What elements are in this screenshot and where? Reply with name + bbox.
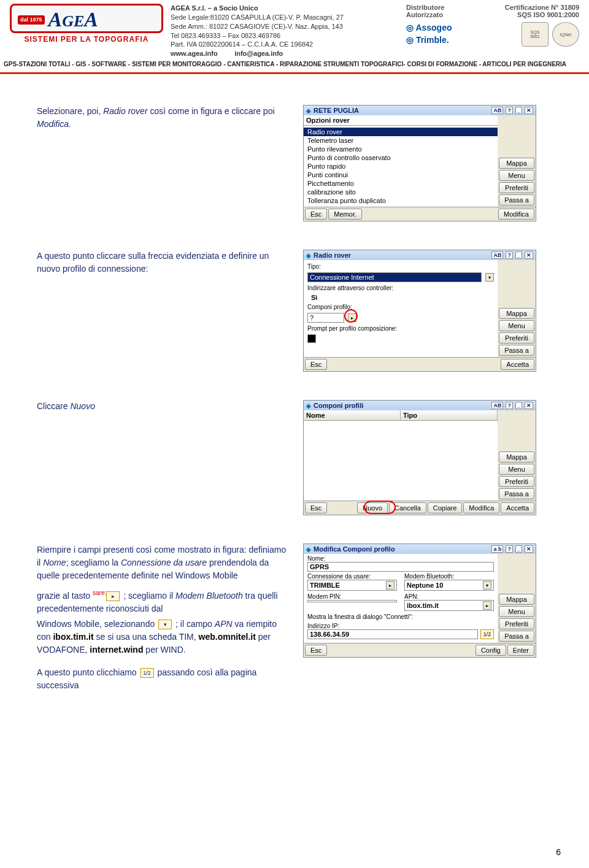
pin-label: Modem PIN: [307, 593, 397, 600]
componi-field[interactable]: ? [307, 313, 344, 323]
indir-label: Indirizzare attraverso controller: [307, 285, 393, 291]
close-icon[interactable]: ✕ [525, 402, 533, 409]
document-header: dal 1975 AGEA SISTEMI PER LA TOPOGRAFIA … [0, 0, 589, 58]
minimize-icon[interactable]: _ [515, 545, 522, 553]
tipo-label: Tipo: [307, 263, 321, 270]
preferiti-button[interactable]: Preferiti [499, 182, 534, 193]
tipo-field[interactable]: Connessione Internet [307, 272, 482, 282]
distributor-block: Distributore Autorizzato ◎ Assogeo ◎ Tri… [406, 4, 480, 46]
apn-field[interactable]: ibox.tim.it▸ [404, 600, 494, 611]
assogeo-logo: ◎ Assogeo [406, 22, 480, 34]
list-item[interactable]: Radio rover [304, 128, 498, 136]
passa-a-button[interactable]: Passa a [499, 194, 534, 205]
options-list: Radio rover Telemetro laser Punto rileva… [304, 126, 498, 207]
main-content: Selezionare, poi, Radio rover così come … [0, 74, 589, 710]
bottom-toolbar: Esc Memor. Modifica [304, 207, 536, 221]
logo-block: dal 1975 AGEA SISTEMI PER LA TOPOGRAFIA [10, 4, 163, 44]
close-icon[interactable]: ✕ [525, 107, 533, 114]
step-1: Selezionare, poi, Radio rover così come … [37, 105, 564, 221]
help-icon[interactable]: ? [506, 402, 513, 409]
connetti-label: Mostra la finestra di dialogo "Connetti"… [304, 612, 498, 621]
menu-button[interactable]: Menu [499, 606, 534, 617]
help-icon[interactable]: ? [506, 545, 513, 553]
screenshot-3: ◈ Componi profili AB ? _ ✕ Nome Tipo Map… [303, 400, 536, 515]
modifica-button[interactable]: Modifica [498, 209, 534, 220]
list-item[interactable]: Tolleranza punto duplicato [304, 196, 498, 205]
screenshot-1: ◈ RETE PUGLIA AB ? _ ✕ Opzioni rover Rad… [303, 105, 536, 221]
esc-button[interactable]: Esc [305, 502, 327, 513]
step-4: Riempire i campi presenti così come most… [37, 543, 564, 692]
window-title: RETE PUGLIA [314, 107, 359, 114]
esc-button[interactable]: Esc [305, 645, 327, 656]
menu-button[interactable]: Menu [499, 464, 534, 475]
menu-button[interactable]: Menu [499, 320, 534, 331]
chevron-down-icon[interactable]: ▾ [483, 581, 491, 590]
list-item[interactable]: Punto rapido [304, 162, 498, 171]
tagline: GPS-STAZIONI TOTALI - GIS - SOFTWARE - S… [0, 58, 589, 71]
help-icon[interactable]: ? [506, 107, 513, 114]
accetta-button[interactable]: Accetta [501, 359, 534, 370]
accetta-button[interactable]: Accetta [501, 502, 534, 513]
modem-label: Modem Bluetooth: [404, 573, 494, 580]
mappa-button[interactable]: Mappa [499, 158, 534, 169]
window-title: Radio rover [314, 252, 351, 259]
minimize-icon[interactable]: _ [515, 402, 522, 409]
window-title: Componi profili [314, 402, 363, 409]
list-item[interactable]: Punto rilevamento [304, 145, 498, 153]
minimize-icon[interactable]: _ [515, 252, 522, 259]
conn-field[interactable]: TRIMBLE▸ [307, 580, 397, 591]
chevron-right-icon[interactable]: ▸ [483, 601, 491, 610]
ab-indicator: AB [491, 252, 503, 259]
pin-field[interactable] [307, 600, 397, 602]
config-button[interactable]: Config [475, 645, 506, 656]
passa-a-button[interactable]: Passa a [499, 345, 534, 356]
certification-block: Certificazione N° 31809 SQS ISO 9001:200… [487, 4, 579, 47]
prompt-label: Prompt per profilo composizione: [307, 325, 397, 332]
logo: dal 1975 AGEA [10, 4, 163, 33]
iqnet-badge-icon: IQNet [552, 22, 579, 47]
minimize-icon[interactable]: _ [515, 107, 522, 114]
preferiti-button[interactable]: Preferiti [499, 332, 534, 344]
mappa-button[interactable]: Mappa [499, 308, 534, 319]
mappa-button[interactable]: Mappa [499, 451, 534, 463]
step-2: A questo punto cliccare sulla freccia ev… [37, 250, 564, 372]
close-icon[interactable]: ✕ [525, 545, 533, 553]
ab-indicator: AB [491, 402, 503, 409]
list-item[interactable]: Punto di controllo osservato [304, 153, 498, 162]
close-icon[interactable]: ✕ [525, 252, 533, 259]
app-icon: ◈ [306, 107, 311, 114]
esc-button[interactable]: Esc [305, 359, 327, 370]
list-item[interactable]: Picchettamento [304, 179, 498, 188]
sare-label-icon: sare: [93, 590, 106, 596]
app-icon: ◈ [306, 546, 311, 553]
esc-button[interactable]: Esc [305, 209, 327, 220]
window-title: Modifica Componi profilo [314, 545, 395, 553]
list-item[interactable]: Telemetro laser [304, 136, 498, 145]
copiare-button[interactable]: Copiare [428, 502, 463, 513]
modem-field[interactable]: Neptune 10▾ [404, 580, 494, 591]
passa-a-button[interactable]: Passa a [499, 488, 534, 499]
chevron-right-icon[interactable]: ▸ [386, 581, 395, 590]
help-icon[interactable]: ? [506, 252, 513, 259]
nome-field[interactable]: GPRS [307, 562, 494, 572]
modifica-button[interactable]: Modifica [463, 502, 499, 513]
menu-button[interactable]: Menu [499, 170, 534, 181]
ip-field[interactable]: 138.66.34.59 [307, 629, 478, 639]
trimble-logo: ◎ Trimble. [406, 34, 480, 47]
memor-button[interactable]: Memor. [328, 209, 362, 220]
preferiti-button[interactable]: Preferiti [499, 476, 534, 487]
dropdown-arrow-icon: ▸ [106, 591, 120, 601]
list-item[interactable]: calibrazione sito [304, 188, 498, 196]
preferiti-button[interactable]: Preferiti [499, 618, 534, 629]
componi-label: Componi profilo: [307, 304, 352, 310]
app-icon: ◈ [306, 402, 311, 409]
pager-icon: 1/2 [141, 668, 154, 678]
passa-a-button[interactable]: Passa a [499, 631, 534, 642]
pager-button[interactable]: 1/2 [480, 629, 494, 639]
table-header: Nome Tipo [304, 410, 498, 421]
list-item[interactable]: Punti continui [304, 171, 498, 179]
enter-button[interactable]: Enter [507, 645, 534, 656]
ab-indicator: a b [491, 545, 503, 553]
mappa-button[interactable]: Mappa [499, 594, 534, 605]
chevron-down-icon[interactable]: ▾ [485, 273, 494, 282]
